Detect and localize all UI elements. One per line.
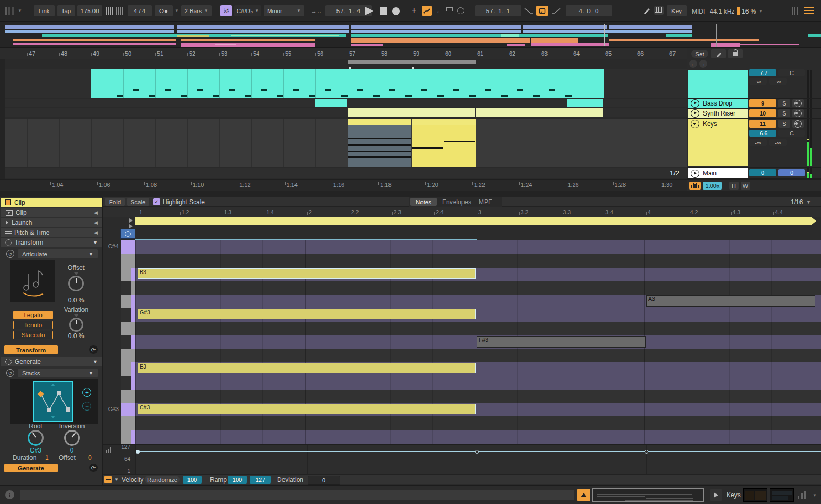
cpu-dropdown-icon[interactable]: ▼	[759, 9, 763, 14]
beat-time-ruler[interactable]: 4748495051525354555657585960616263646566…	[0, 48, 687, 59]
arrangement-overview[interactable]	[0, 22, 821, 48]
bar-number[interactable]: 60	[445, 50, 451, 57]
bar-number[interactable]: 64	[573, 50, 580, 57]
root-knob[interactable]	[28, 430, 44, 446]
automation-mode-button[interactable]	[422, 6, 432, 16]
keys-clip-title[interactable]	[412, 119, 476, 125]
layout-dropdown-icon[interactable]: ▼	[18, 8, 22, 13]
transform-refresh-icon[interactable]: ⟳	[89, 345, 98, 354]
randomize-button[interactable]: Randomize	[145, 476, 180, 484]
scale-name-menu[interactable]: Minor▼	[264, 5, 304, 16]
grid-value[interactable]: 1/16	[791, 198, 803, 206]
section-launch[interactable]: Launch ◀	[1, 218, 102, 227]
keys-cue-button[interactable]	[792, 120, 804, 128]
bar-number[interactable]: 49	[93, 50, 99, 57]
editor-beat-label[interactable]: 4.3	[733, 209, 741, 215]
bar-number[interactable]: 66	[637, 50, 644, 57]
keys-pan[interactable]: -6.6	[749, 130, 776, 136]
midi-keyboard-toggle[interactable]	[689, 182, 701, 190]
device-thumbnail[interactable]	[770, 488, 794, 502]
editor-beat-label[interactable]: 2.2	[351, 209, 359, 215]
stacks-visual[interactable]	[33, 381, 73, 422]
bar-number[interactable]: 67	[669, 50, 676, 57]
editor-beat-label[interactable]: 3.4	[605, 209, 613, 215]
bar-number[interactable]: 48	[61, 50, 67, 57]
deviation-value[interactable]: 0	[308, 476, 340, 485]
bar-number[interactable]: 51	[157, 50, 163, 57]
draw-mode-pencil-icon[interactable]	[643, 7, 651, 15]
punch-in-button[interactable]	[524, 7, 534, 14]
offset-knob[interactable]	[68, 276, 84, 291]
tab-notes[interactable]: Notes	[410, 198, 437, 206]
bar-number[interactable]: 52	[189, 50, 195, 57]
editor-beat-label[interactable]: 2.4	[436, 209, 444, 215]
track-header-bass-drop[interactable]: Bass Drop	[688, 99, 748, 108]
quantize-menu[interactable]: 2 Bars▼	[181, 5, 212, 16]
midi-note-F#3[interactable]: F#3	[477, 336, 646, 348]
highlight-scale-checkbox[interactable]: ✓	[153, 198, 160, 205]
draw-locator-pencil-button[interactable]	[711, 49, 726, 58]
bar-number[interactable]: 63	[541, 50, 548, 57]
hamburger-menu-icon[interactable]	[804, 7, 814, 14]
window-layout-icon[interactable]	[5, 7, 15, 15]
midi-note-A3[interactable]: A3	[646, 295, 815, 307]
tenuto-button[interactable]: Tenuto	[13, 321, 53, 329]
clip-start-marker[interactable]	[129, 218, 133, 223]
key-map-button[interactable]: Key	[667, 5, 687, 16]
loop-end-marker[interactable]	[812, 217, 821, 225]
bass-drop-clip[interactable]	[315, 99, 347, 107]
re-enable-automation-icon[interactable]: ←	[436, 7, 443, 15]
tab-mpe[interactable]: MPE	[479, 198, 492, 206]
loop-start-field[interactable]: 57. 1. 1	[475, 5, 521, 16]
main-pan[interactable]: 0	[778, 169, 805, 176]
keys-crossfade[interactable]: C	[778, 130, 805, 136]
ramp-from[interactable]: 100	[228, 476, 247, 484]
piano-key-C#3[interactable]	[121, 403, 135, 417]
piano-key-D3[interactable]	[121, 390, 135, 404]
track-name[interactable]: Keys	[703, 120, 717, 128]
synth-riser-clip[interactable]	[476, 108, 603, 117]
tap-tempo-button[interactable]: Tap	[57, 5, 75, 16]
generate-mode-menu[interactable]: Stacks▼	[18, 369, 98, 377]
root-value[interactable]: C#3	[17, 447, 54, 454]
lock-envelopes-button[interactable]	[728, 49, 743, 58]
section-transform[interactable]: Transform ▼	[1, 238, 102, 247]
transform-apply-button[interactable]: Transform	[4, 345, 58, 354]
velocity-point[interactable]	[136, 450, 140, 454]
bar-number[interactable]: 47	[29, 50, 35, 57]
loop-button[interactable]	[536, 6, 548, 16]
main-volume[interactable]: 0	[749, 169, 776, 176]
tab-envelopes[interactable]: Envelopes	[442, 198, 471, 206]
grid-dropdown-icon[interactable]: ▼	[806, 200, 811, 205]
piano-key-E3[interactable]	[121, 362, 135, 376]
cpu-load-value[interactable]: 16 %	[742, 8, 756, 15]
add-tracks-button[interactable]: +	[412, 6, 416, 15]
preview-play-button[interactable]	[710, 489, 722, 501]
track-header-main[interactable]: Main	[688, 168, 748, 178]
synth-riser-clip[interactable]	[348, 108, 475, 117]
note-lane-C4[interactable]	[135, 254, 821, 268]
keys-solo-button[interactable]: S	[778, 120, 790, 128]
keys-clip-body-selected[interactable]	[348, 125, 411, 167]
bar-number[interactable]: 54	[253, 50, 259, 57]
generate-apply-button[interactable]: Generate	[4, 464, 58, 472]
collapse-icon[interactable]: ◀	[94, 210, 98, 215]
transform-mode-menu[interactable]: Articulate▼	[18, 249, 98, 258]
count-in-dropdown-icon[interactable]: ▼	[175, 8, 179, 13]
note-lane-G3[interactable]	[135, 322, 821, 336]
bar-number[interactable]: 58	[381, 50, 387, 57]
fold-button[interactable]: Fold	[105, 198, 125, 206]
section-pitch-time[interactable]: Pitch & Time ◀	[1, 228, 102, 237]
follow-button[interactable]	[446, 7, 453, 14]
piano-key-C4[interactable]	[121, 254, 135, 268]
bar-number[interactable]: 57	[349, 50, 355, 57]
keys-input-number[interactable]: 11	[749, 120, 776, 128]
piano-key-C3[interactable]	[121, 416, 135, 430]
transform-reset-icon[interactable]: ↺	[6, 250, 14, 258]
scale-button[interactable]: Scale	[127, 198, 149, 206]
bar-number[interactable]: 65	[605, 50, 612, 57]
bar-number[interactable]: 55	[285, 50, 291, 57]
note-lanes[interactable]: B3G#3E3C#3F#3A3	[135, 240, 821, 444]
note-lane-F3[interactable]	[135, 349, 821, 363]
expand-icon[interactable]: ▼	[93, 359, 98, 364]
